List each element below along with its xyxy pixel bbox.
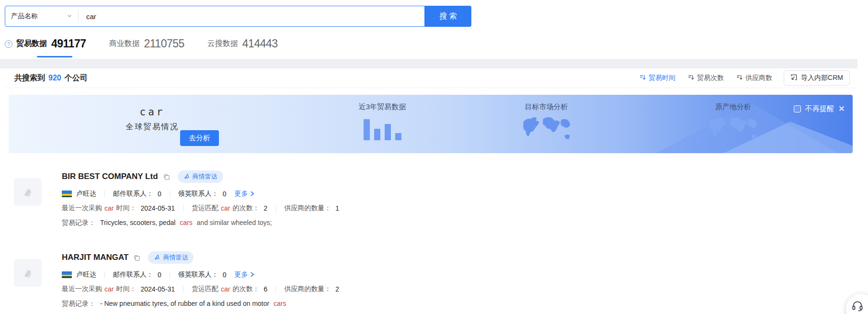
found-count: 920 bbox=[48, 74, 61, 82]
dont-remind-label: 不再提醒 bbox=[805, 104, 834, 113]
company-name[interactable]: BIR BEST COMPANY Ltd bbox=[62, 172, 158, 181]
company-entry: BIR BEST COMPANY Ltd 商情雷达 卢旺达 邮件联系人： 0 bbox=[4, 170, 857, 227]
radar-icon bbox=[154, 254, 160, 262]
trade-record-text: - New pneumatic tyres, of rubber of a ki… bbox=[100, 300, 269, 307]
divider bbox=[183, 286, 183, 292]
divider bbox=[170, 191, 170, 197]
more-label: 更多 bbox=[235, 190, 248, 198]
purchase-label-suffix: 时间： bbox=[116, 204, 136, 213]
supplier-count-value: 2 bbox=[335, 285, 339, 293]
linkedin-contacts-value: 0 bbox=[223, 271, 227, 279]
found-suffix: 个公司 bbox=[65, 74, 88, 82]
copy-icon[interactable] bbox=[133, 254, 140, 261]
sort-trade-count[interactable]: 贸易次数 bbox=[688, 74, 724, 82]
freight-count: 6 bbox=[264, 285, 268, 293]
search-input[interactable] bbox=[79, 12, 424, 21]
divider bbox=[275, 286, 276, 292]
supplier-count-label: 供应商的数量： bbox=[284, 204, 331, 213]
company-name[interactable]: HARJIT MANGAT bbox=[62, 253, 128, 262]
linkedin-contacts-label: 领英联系人： bbox=[178, 190, 218, 198]
trade-record-text: and similar wheeled toys; bbox=[197, 219, 272, 226]
rwanda-flag-icon bbox=[62, 191, 72, 197]
import-crm-button[interactable]: 导入内部CRM bbox=[784, 70, 850, 86]
business-radar-badge[interactable]: 商情雷达 bbox=[178, 170, 223, 183]
world-map-icon bbox=[518, 135, 575, 143]
business-radar-badge[interactable]: 商情雷达 bbox=[148, 251, 194, 264]
keyword-highlight: car bbox=[221, 204, 230, 212]
rwanda-flag-icon bbox=[62, 271, 72, 278]
sort-label: 供应商数 bbox=[745, 74, 772, 82]
divider bbox=[104, 191, 105, 197]
divider bbox=[104, 271, 105, 278]
help-icon[interactable]: ? bbox=[5, 40, 12, 48]
trade-record-row: 贸易记录： - New pneumatic tyres, of rubber o… bbox=[62, 300, 846, 308]
tab-count: 2110755 bbox=[144, 37, 184, 50]
purchase-date: 2024-05-31 bbox=[140, 204, 175, 212]
world-map-icon bbox=[705, 135, 762, 143]
radar-icon bbox=[183, 173, 190, 181]
trade-record-row: 贸易记录： Tricycles, scooters, pedal cars an… bbox=[62, 219, 846, 227]
search-box: 产品名称 bbox=[5, 6, 425, 27]
email-contacts-value: 0 bbox=[158, 271, 161, 279]
analyze-button[interactable]: 去分析 bbox=[180, 130, 219, 146]
tab-trade-data[interactable]: 贸易数据 491177 bbox=[16, 37, 86, 50]
search-category-label: 产品名称 bbox=[11, 12, 38, 21]
banner-section-label: 目标市场分析 bbox=[507, 102, 586, 112]
section-gap bbox=[0, 59, 857, 68]
company-details: BIR BEST COMPANY Ltd 商情雷达 卢旺达 邮件联系人： 0 bbox=[62, 170, 846, 227]
email-contacts-label: 邮件联系人： bbox=[113, 270, 153, 279]
company-info-row: 卢旺达 邮件联系人： 0 领英联系人： 0 更多 bbox=[62, 270, 846, 279]
sort-icon bbox=[688, 74, 694, 82]
import-icon bbox=[790, 74, 798, 82]
tab-business-data[interactable]: 商业数据 2110755 bbox=[109, 37, 184, 50]
tab-count: 414443 bbox=[242, 37, 278, 50]
country-name: 卢旺达 bbox=[76, 270, 96, 279]
mini-bar bbox=[395, 133, 401, 140]
company-name-row: BIR BEST COMPANY Ltd 商情雷达 bbox=[62, 170, 846, 183]
keyword-highlight: car bbox=[221, 285, 230, 293]
dont-remind-checkbox[interactable] bbox=[794, 105, 801, 112]
tab-label: 贸易数据 bbox=[16, 39, 47, 49]
company-entry: HARJIT MANGAT 商情雷达 卢旺达 邮件联系人： 0 bbox=[4, 251, 857, 308]
tab-cloud-search-data[interactable]: 云搜数据 414443 bbox=[207, 37, 278, 50]
divider bbox=[183, 205, 183, 212]
header-controls: 贸易时间 贸易次数 供应商数 导入内部CRM bbox=[627, 70, 850, 86]
copy-icon[interactable] bbox=[163, 173, 170, 180]
sort-icon bbox=[640, 74, 646, 82]
trade-record-text: Tricycles, scooters, pedal bbox=[100, 219, 175, 226]
sort-supplier-count[interactable]: 供应商数 bbox=[736, 74, 772, 82]
results-count-text: 共搜索到920个公司 bbox=[14, 73, 88, 83]
keyword-highlight: cars bbox=[274, 300, 286, 307]
badge-label: 商情雷达 bbox=[193, 172, 217, 181]
purchase-label: 最近一次采购 bbox=[62, 204, 102, 213]
mini-bar bbox=[364, 119, 370, 140]
freight-label-suffix: 的次数： bbox=[233, 285, 260, 293]
company-thumbnail[interactable] bbox=[14, 178, 42, 206]
purchase-date: 2024-05-31 bbox=[140, 285, 175, 293]
search-button[interactable]: 搜 索 bbox=[425, 6, 471, 27]
sort-label: 贸易次数 bbox=[697, 74, 724, 82]
more-link[interactable]: 更多 bbox=[235, 270, 254, 279]
banner-section-label: 原产地分析 bbox=[694, 102, 773, 112]
banner-section-market: 目标市场分析 bbox=[507, 102, 586, 144]
banner-section-origin: 原产地分析 bbox=[694, 102, 773, 144]
banner-section-trade: 近3年贸易数据 bbox=[344, 102, 421, 140]
results-card: 共搜索到920个公司 贸易时间 贸易次数 供应商数 导入内部CRM bbox=[4, 68, 857, 314]
more-link[interactable]: 更多 bbox=[235, 190, 254, 198]
chevron-right-icon bbox=[250, 271, 254, 279]
freight-label: 货运匹配 bbox=[192, 285, 218, 293]
close-icon[interactable]: ✕ bbox=[838, 105, 845, 113]
import-crm-label: 导入内部CRM bbox=[801, 74, 843, 82]
banner-subtitle: 全球贸易情况 bbox=[119, 122, 186, 132]
banner-section-label: 近3年贸易数据 bbox=[344, 102, 421, 112]
company-thumbnail[interactable] bbox=[14, 259, 42, 287]
tab-label: 云搜数据 bbox=[207, 39, 238, 49]
country-name: 卢旺达 bbox=[76, 190, 96, 198]
keyword-highlight: car bbox=[104, 285, 114, 293]
company-trade-stats-row: 最近一次采购 car 时间： 2024-05-31 货运匹配 car 的次数： … bbox=[62, 204, 846, 213]
sort-trade-time[interactable]: 贸易时间 bbox=[640, 74, 675, 82]
search-category-select[interactable]: 产品名称 bbox=[5, 12, 78, 21]
top-bar: 产品名称 搜 索 ? 贸易数据 491177 商业数据 2110755 bbox=[0, 0, 868, 50]
keyword-highlight: car bbox=[104, 204, 114, 212]
banner-dismiss: 不再提醒 ✕ bbox=[794, 104, 845, 113]
